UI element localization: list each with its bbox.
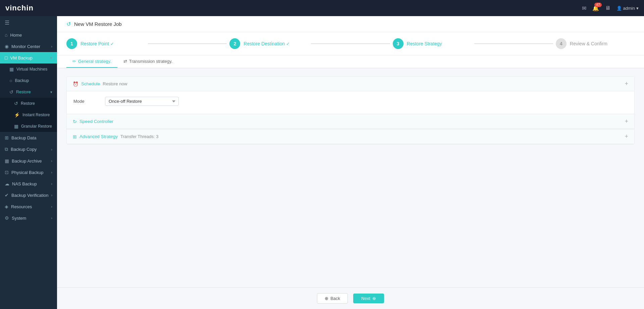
form-content: ⏰ Schedule Restore now + Mode Once-off R… [57, 68, 644, 288]
wizard-step-1: 1 Restore Point ✓ [66, 38, 145, 49]
step-4-label: Review & Confirm [570, 41, 607, 46]
speed-controller-section: ↻ Speed Controller + [67, 114, 634, 129]
sidebar-item-backup-copy[interactable]: ⧉ Backup Copy › [0, 143, 57, 155]
speed-controller-header-left: ↻ Speed Controller [73, 119, 113, 124]
tab-transmission-label: Transmission strategy. [129, 59, 172, 64]
sidebar-item-instant-restore[interactable]: ⚡ Instant Restore [0, 109, 57, 121]
topnav-right: ✉ 🔔 47 🖥 👤 admin ▾ [582, 5, 639, 11]
restore-icon: ↺ [9, 89, 13, 95]
general-strategy-icon: ✏ [72, 59, 76, 64]
sidebar-item-backup-archive[interactable]: ▦ Backup Archive › [0, 155, 57, 167]
sidebar-label-system: System [12, 216, 26, 221]
sidebar-label-nas-backup: NAS Backup [12, 181, 37, 186]
sidebar-item-system[interactable]: ⚙ System › [0, 212, 57, 224]
restore-sub-icon: ↺ [14, 101, 18, 106]
resources-icon: ◈ [5, 204, 8, 209]
notifications-icon[interactable]: 🔔 47 [592, 5, 599, 11]
sidebar-label-physical-backup: Physical Backup [11, 170, 43, 175]
restore-arrow: ▾ [50, 90, 52, 94]
monitor-icon[interactable]: 🖥 [605, 5, 610, 11]
page-header-icon: ↺ [66, 21, 71, 27]
home-icon: ⌂ [5, 32, 7, 38]
mode-select[interactable]: Once-off Restore Scheduled Restore [105, 97, 179, 106]
schedule-label: Schedule [81, 81, 100, 86]
advanced-strategy-expand-icon[interactable]: + [625, 133, 628, 140]
messages-icon[interactable]: ✉ [582, 5, 586, 11]
sidebar-item-resources[interactable]: ◈ Resources › [0, 201, 57, 212]
sidebar-label-resources: Resources [11, 204, 32, 209]
sidebar-item-granular-restore[interactable]: ▦ Granular Restore [0, 121, 57, 132]
speed-controller-header[interactable]: ↻ Speed Controller + [67, 114, 634, 129]
monitor-center-arrow: › [51, 44, 52, 48]
sidebar: ☰ ⌂ Home ◉ Monitor Center › □ VM Backup … [0, 16, 57, 309]
page-footer: ⊕ Back Next ⊕ [57, 288, 644, 309]
sidebar-item-monitor-center[interactable]: ◉ Monitor Center › [0, 41, 57, 52]
user-menu[interactable]: 👤 admin ▾ [616, 6, 639, 11]
schedule-expand-icon[interactable]: + [625, 80, 628, 87]
schedule-header-left: ⏰ Schedule Restore now [73, 81, 127, 87]
wizard-step-3: 3 Restore Strategy [393, 38, 472, 49]
backup-verification-icon: ✔ [5, 192, 9, 198]
sidebar-label-backup-copy: Backup Copy [11, 147, 37, 152]
step-sep-1 [148, 43, 227, 44]
notification-badge: 47 [594, 3, 601, 7]
advanced-strategy-label: Advanced Strategy [79, 134, 118, 139]
user-icon: 👤 [616, 6, 622, 11]
advanced-strategy-header-left: ⊞ Advanced Strategy Transfer Threads: 3 [73, 134, 159, 139]
backup-verification-arrow: › [51, 193, 53, 197]
sidebar-item-physical-backup[interactable]: ⊡ Physical Backup › [0, 167, 57, 178]
backup-icon: ○ [9, 78, 12, 83]
next-label: Next [361, 296, 370, 301]
back-icon: ⊕ [325, 296, 328, 301]
granular-restore-icon: ▦ [14, 124, 18, 129]
speed-controller-label: Speed Controller [79, 119, 113, 124]
tab-transmission-strategy[interactable]: ⇄ Transmission strategy. [117, 55, 178, 68]
top-navbar: vinchin ✉ 🔔 47 🖥 👤 admin ▾ [0, 0, 644, 16]
tab-bar: ✏ General strategy. ⇄ Transmission strat… [57, 55, 644, 68]
sidebar-label-instant-restore: Instant Restore [22, 113, 50, 117]
physical-backup-icon: ⊡ [5, 170, 9, 175]
advanced-strategy-header[interactable]: ⊞ Advanced Strategy Transfer Threads: 3 … [67, 129, 634, 144]
mode-label: Mode [73, 99, 100, 104]
sidebar-item-backup[interactable]: ○ Backup [0, 75, 57, 86]
sidebar-label-backup-data: Backup Data [11, 135, 36, 140]
next-icon: ⊕ [372, 296, 376, 301]
tab-general-strategy[interactable]: ✏ General strategy. [66, 55, 117, 68]
step-4-circle: 4 [556, 38, 567, 49]
advanced-strategy-sub-info: Transfer Threads: 3 [120, 134, 158, 139]
sidebar-item-vm-backup[interactable]: □ VM Backup ▾ [0, 52, 57, 63]
sidebar-label-backup: Backup [15, 78, 29, 83]
sidebar-item-backup-data[interactable]: ⊞ Backup Data [0, 132, 57, 143]
step-1-circle: 1 [66, 38, 77, 49]
sidebar-label-virtual-machines: Virtual Machines [16, 67, 47, 72]
sidebar-item-backup-verification[interactable]: ✔ Backup Verification › [0, 189, 57, 201]
sidebar-item-home[interactable]: ⌂ Home [0, 29, 57, 41]
sidebar-toggle[interactable]: ☰ [0, 16, 57, 29]
backup-archive-icon: ▦ [5, 158, 9, 164]
back-button[interactable]: ⊕ Back [317, 293, 348, 304]
sidebar-item-restore[interactable]: ↺ Restore ▾ [0, 86, 57, 98]
instant-restore-icon: ⚡ [14, 112, 20, 118]
next-button[interactable]: Next ⊕ [353, 294, 384, 303]
resources-arrow: › [51, 205, 52, 209]
wizard-step-2: 2 Restore Destination ✓ [229, 38, 308, 49]
step-1-label: Restore Point ✓ [80, 41, 114, 46]
system-arrow: › [51, 216, 52, 220]
step-3-circle: 3 [393, 38, 404, 49]
backup-copy-arrow: › [51, 147, 52, 151]
sidebar-label-restore-sub: Restore [21, 101, 35, 106]
logo-vin: vin [5, 4, 17, 12]
sidebar-item-virtual-machines[interactable]: ▦ Virtual Machines [0, 63, 57, 75]
advanced-strategy-icon: ⊞ [73, 134, 77, 139]
physical-backup-arrow: › [51, 170, 52, 174]
schedule-section-header[interactable]: ⏰ Schedule Restore now + [67, 77, 634, 91]
back-label: Back [330, 296, 340, 301]
sidebar-item-restore-sub[interactable]: ↺ Restore [0, 98, 57, 109]
sidebar-label-vm-backup: VM Backup [10, 55, 32, 60]
backup-archive-arrow: › [51, 159, 52, 163]
sidebar-item-nas-backup[interactable]: ☁ NAS Backup › [0, 178, 57, 189]
sidebar-label-restore: Restore [16, 90, 31, 94]
nas-backup-icon: ☁ [5, 181, 9, 186]
speed-controller-expand-icon[interactable]: + [625, 118, 628, 125]
virtual-machines-icon: ▦ [9, 67, 14, 72]
